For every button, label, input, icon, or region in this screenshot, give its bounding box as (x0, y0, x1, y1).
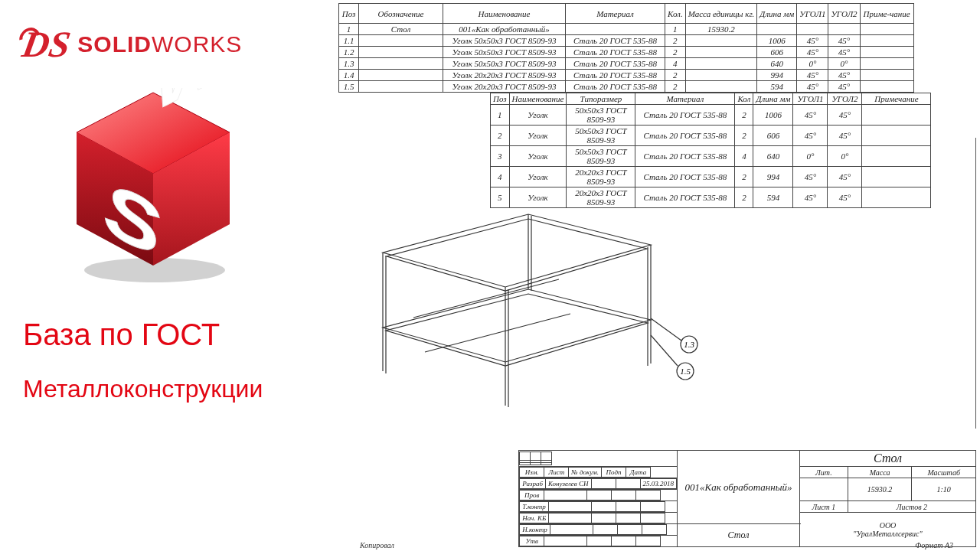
table-row: 1.3Уголк 50x50x3 ГОСТ 8509-93Сталь 20 ГО… (339, 58, 914, 70)
spec-table-1: ПозОбозначениеНаименованиеМатериалКол.Ма… (338, 3, 914, 93)
table-row: 1.5Уголк 20x20x3 ГОСТ 8509-93Сталь 20 ГО… (339, 81, 914, 93)
table-row: 1.2Уголк 50x50x3 ГОСТ 8509-93Сталь 20 ГО… (339, 47, 914, 58)
col-header: УГОЛ1 (797, 4, 828, 24)
callout-1: 1.3 (684, 340, 694, 349)
spec-table-2: ПозНаименованиеТипоразмерМатериалКолДлин… (490, 93, 931, 208)
footer-copied: Копировал (360, 541, 394, 549)
drawing-border (975, 138, 976, 429)
col-header: Длина мм (753, 93, 793, 105)
col-header: Масса единицы кг. (685, 4, 757, 24)
table-row: 1Уголк50x50x3 ГОСТ 8509-93Сталь 20 ГОСТ … (491, 105, 931, 126)
footer-format: Формат А3 (915, 541, 953, 549)
solidworks-logo: DS SOLIDWORKS (23, 23, 322, 65)
table-row: 1.4Уголк 20x20x3 ГОСТ 8509-93Сталь 20 ГО… (339, 70, 914, 81)
table-row: 3Уголк50x50x3 ГОСТ 8509-93Сталь 20 ГОСТ … (491, 146, 931, 167)
col-header: Типоразмер (567, 93, 635, 105)
isometric-drawing: 1.3 1.5 (337, 199, 727, 413)
title-gost: База по ГОСТ (23, 318, 322, 352)
col-header: Материал (566, 4, 665, 24)
table-row: 1.1Уголк 50x50x3 ГОСТ 8509-93Сталь 20 ГО… (339, 35, 914, 47)
col-header: Кол (735, 93, 753, 105)
title-block: 001«Как обработанный» Стол Изм.Лист№ док… (518, 450, 976, 547)
col-header: Приме-чание (860, 4, 913, 24)
footer: Копировал Формат А3 (337, 541, 976, 549)
col-header: УГОЛ2 (828, 4, 860, 24)
col-header: Кол. (665, 4, 686, 24)
col-header: Материал (635, 93, 735, 105)
table-row: 4Уголк20x20x3 ГОСТ 8509-93Сталь 20 ГОСТ … (491, 167, 931, 187)
col-header: Обозначение (359, 4, 443, 24)
col-header: УГОЛ2 (828, 93, 862, 105)
title-metal: Металлоконструкции (23, 375, 322, 403)
col-header: Наименование (509, 93, 567, 105)
table-row: 1Стол001«Как обработанный»115930.2 (339, 24, 914, 35)
col-header: Поз (491, 93, 510, 105)
ds-logo-icon: DS (19, 23, 74, 65)
solidworks-cube-icon: S W (54, 88, 253, 287)
col-header: Примечание (862, 93, 931, 105)
col-header: Поз (339, 4, 359, 24)
table-row: 2Уголк50x50x3 ГОСТ 8509-93Сталь 20 ГОСТ … (491, 126, 931, 146)
col-header: УГОЛ1 (793, 93, 828, 105)
callout-2: 1.5 (680, 367, 691, 376)
brand-text: SOLIDWORKS (77, 31, 242, 57)
col-header: Наименование (443, 4, 566, 24)
col-header: Длина мм (757, 4, 797, 24)
